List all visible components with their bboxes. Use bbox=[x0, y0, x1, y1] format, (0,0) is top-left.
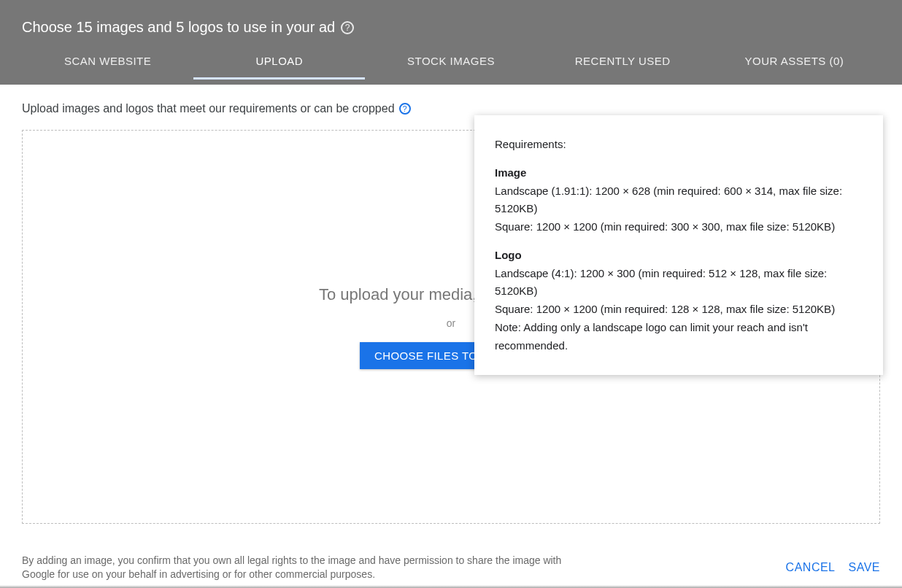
tab-stock-images[interactable]: STOCK IMAGES bbox=[365, 55, 536, 80]
dialog-title: Choose 15 images and 5 logos to use in y… bbox=[22, 19, 335, 36]
help-icon[interactable]: ? bbox=[341, 21, 354, 34]
tabs: SCAN WEBSITE UPLOAD STOCK IMAGES RECENTL… bbox=[22, 55, 880, 80]
tab-recently-used[interactable]: RECENTLY USED bbox=[537, 55, 709, 80]
tooltip-logo-square: Square: 1200 × 1200 (min required: 128 ×… bbox=[495, 301, 863, 319]
footer-actions: CANCEL SAVE bbox=[786, 561, 880, 574]
tooltip-image-title: Image bbox=[495, 164, 863, 182]
tooltip-image-square: Square: 1200 × 1200 (min required: 300 ×… bbox=[495, 218, 863, 236]
dropzone-or: or bbox=[447, 317, 455, 329]
requirements-tooltip: Requirements: Image Landscape (1.91:1): … bbox=[474, 115, 883, 375]
footer-disclaimer: By adding an image, you confirm that you… bbox=[22, 554, 577, 582]
tab-label: STOCK IMAGES bbox=[407, 55, 495, 67]
dialog-header: Choose 15 images and 5 logos to use in y… bbox=[0, 0, 902, 85]
tab-label: RECENTLY USED bbox=[575, 55, 671, 67]
tab-label: SCAN WEBSITE bbox=[64, 55, 151, 67]
tooltip-image-landscape: Landscape (1.91:1): 1200 × 628 (min requ… bbox=[495, 182, 863, 219]
tab-scan-website[interactable]: SCAN WEBSITE bbox=[22, 55, 193, 80]
cancel-button[interactable]: CANCEL bbox=[786, 561, 836, 574]
tooltip-image-body: Landscape (1.91:1): 1200 × 628 (min requ… bbox=[495, 182, 863, 236]
tooltip-logo-title: Logo bbox=[495, 247, 863, 265]
requirements-help-icon[interactable]: ? bbox=[399, 103, 411, 115]
tooltip-requirements-label: Requirements: bbox=[495, 136, 863, 154]
tab-label: YOUR ASSETS (0) bbox=[744, 55, 844, 67]
tab-label: UPLOAD bbox=[255, 55, 303, 67]
dialog-footer: By adding an image, you confirm that you… bbox=[0, 554, 902, 582]
tab-your-assets[interactable]: YOUR ASSETS (0) bbox=[709, 55, 880, 80]
tooltip-logo-landscape: Landscape (4:1): 1200 × 300 (min require… bbox=[495, 265, 863, 301]
instruction-row: Upload images and logos that meet our re… bbox=[22, 102, 880, 115]
tooltip-logo-body: Landscape (4:1): 1200 × 300 (min require… bbox=[495, 265, 863, 355]
header-title-row: Choose 15 images and 5 logos to use in y… bbox=[22, 19, 880, 36]
bottom-shadow bbox=[0, 585, 902, 588]
save-button[interactable]: SAVE bbox=[849, 561, 881, 574]
instruction-text: Upload images and logos that meet our re… bbox=[22, 102, 395, 115]
tooltip-logo-note: Note: Adding only a landscape logo can l… bbox=[495, 319, 863, 355]
tab-upload[interactable]: UPLOAD bbox=[193, 55, 365, 80]
